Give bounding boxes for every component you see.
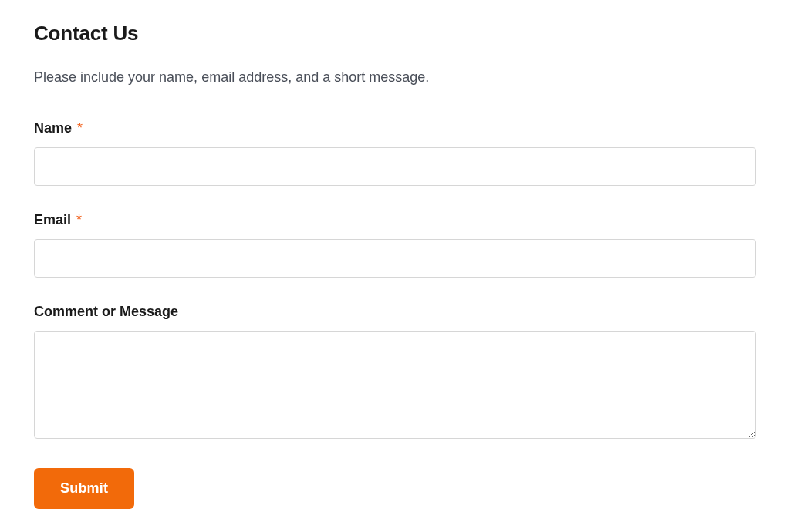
name-label-text: Name xyxy=(34,120,72,136)
email-input[interactable] xyxy=(34,239,756,278)
message-label-text: Comment or Message xyxy=(34,304,178,319)
page-title: Contact Us xyxy=(34,22,756,45)
message-label: Comment or Message xyxy=(34,304,756,320)
name-field-group: Name * xyxy=(34,120,756,186)
intro-text: Please include your name, email address,… xyxy=(34,67,756,88)
email-field-group: Email * xyxy=(34,212,756,278)
contact-form: Contact Us Please include your name, ema… xyxy=(34,22,756,509)
name-input[interactable] xyxy=(34,147,756,186)
required-mark: * xyxy=(77,120,83,136)
email-label-text: Email xyxy=(34,212,71,227)
required-mark: * xyxy=(76,212,82,227)
name-label: Name * xyxy=(34,120,756,136)
message-input[interactable] xyxy=(34,331,756,439)
email-label: Email * xyxy=(34,212,756,228)
message-field-group: Comment or Message xyxy=(34,304,756,442)
submit-button[interactable]: Submit xyxy=(34,468,134,509)
